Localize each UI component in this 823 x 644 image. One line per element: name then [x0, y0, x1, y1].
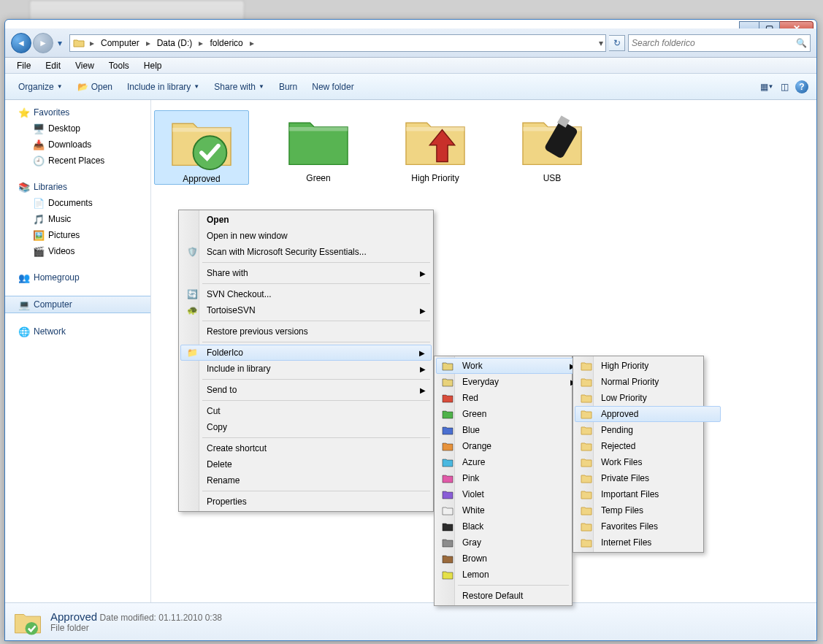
new-folder-button[interactable]: New folder [305, 79, 361, 95]
menu-item-internet-files[interactable]: Internet Files [575, 534, 721, 551]
menu-item-folderico[interactable]: 📁FolderIco▶ [180, 345, 432, 361]
nav-history-dropdown[interactable]: ▾ [55, 38, 65, 48]
homegroup-icon: 👥 [18, 272, 30, 283]
menu-item-tortoisesvn[interactable]: 🐢TortoiseSVN▶ [180, 302, 432, 318]
menu-item-gray[interactable]: Gray [436, 534, 582, 551]
menu-item-low-priority[interactable]: Low Priority [575, 390, 721, 406]
music-icon: 🎵 [33, 213, 45, 225]
menu-item-pending[interactable]: Pending [575, 422, 721, 438]
menu-item-send-to[interactable]: Send to▶ [180, 382, 432, 398]
file-item-approved[interactable]: Approved [154, 110, 249, 185]
chevron-right-icon[interactable]: ▸ [88, 38, 96, 48]
menu-item-blue[interactable]: Blue [436, 422, 582, 438]
menu-item-temp-files[interactable]: Temp Files [575, 502, 721, 518]
menu-item-label: Create shortcut [207, 443, 411, 453]
refresh-icon: ↻ [613, 38, 621, 48]
file-item-high-priority[interactable]: High Priority [388, 110, 483, 185]
menu-item-everyday[interactable]: Everyday▶ [436, 374, 582, 390]
menu-item-scan-with-microsoft-security-essentials-[interactable]: 🛡️Scan with Microsoft Security Essential… [180, 244, 432, 260]
menu-item-white[interactable]: White [436, 502, 582, 518]
search-box[interactable]: 🔍 [628, 34, 811, 52]
address-dropdown-icon[interactable]: ▾ [597, 38, 605, 48]
menu-item-violet[interactable]: Violet [436, 486, 582, 502]
menu-item-delete[interactable]: Delete [180, 456, 432, 472]
crumb-data-d[interactable]: Data (D:) [153, 35, 197, 51]
nav-music[interactable]: 🎵Music [5, 211, 150, 227]
menu-item-label: Blue [462, 425, 562, 435]
menu-item-restore-previous-versions[interactable]: Restore previous versions [180, 323, 432, 340]
menu-item-cut[interactable]: Cut [180, 403, 432, 419]
menu-item-icon [440, 361, 455, 371]
burn-button[interactable]: Burn [272, 79, 305, 95]
file-label: Approved [183, 174, 220, 184]
crumb-computer[interactable]: Computer [96, 35, 144, 51]
menu-item-open[interactable]: Open [180, 212, 432, 228]
menu-item-high-priority[interactable]: High Priority [575, 358, 721, 374]
menu-item-approved[interactable]: Approved [575, 406, 721, 422]
back-button[interactable]: ◄ [11, 33, 31, 53]
nav-desktop[interactable]: 🖥️Desktop [5, 120, 150, 137]
preview-pane-button[interactable]: ◫ [776, 78, 793, 96]
menu-help[interactable]: Help [137, 59, 169, 72]
menu-item-include-in-library[interactable]: Include in library▶ [180, 361, 432, 377]
menu-item-label: Scan with Microsoft Security Essentials.… [207, 247, 411, 257]
menu-item-work[interactable]: Work▶ [436, 358, 582, 374]
menu-item-green[interactable]: Green [436, 406, 582, 422]
menu-item-label: Approved [601, 409, 700, 419]
menu-item-pink[interactable]: Pink [436, 470, 582, 486]
nav-libraries[interactable]: 📚Libraries [5, 179, 150, 195]
chevron-right-icon[interactable]: ▸ [144, 38, 153, 48]
menu-file[interactable]: File [9, 59, 38, 72]
chevron-right-icon[interactable]: ▸ [248, 38, 256, 48]
menu-tools[interactable]: Tools [102, 59, 137, 72]
chevron-right-icon[interactable]: ▸ [196, 38, 205, 48]
menu-item-svn-checkout-[interactable]: 🔄SVN Checkout... [180, 286, 432, 302]
menu-item-red[interactable]: Red [436, 390, 582, 406]
menu-item-favorites-files[interactable]: Favorites Files [575, 518, 721, 534]
menu-item-icon [579, 409, 594, 419]
nav-videos[interactable]: 🎬Videos [5, 243, 150, 259]
nav-downloads[interactable]: 📥Downloads [5, 137, 150, 153]
menu-item-azure[interactable]: Azure [436, 454, 582, 470]
search-input[interactable] [632, 38, 796, 48]
menu-item-private-files[interactable]: Private Files [575, 470, 721, 486]
nav-favorites[interactable]: ⭐Favorites [5, 104, 150, 120]
nav-computer[interactable]: 💻Computer [5, 296, 150, 313]
menu-item-properties[interactable]: Properties [180, 494, 432, 510]
view-options-button[interactable]: ▦▼ [758, 78, 776, 96]
forward-button[interactable]: ► [33, 33, 53, 53]
menu-item-brown[interactable]: Brown [436, 551, 582, 567]
share-with-button[interactable]: Share with▼ [207, 79, 272, 95]
nav-network[interactable]: 🌐Network [5, 323, 150, 340]
menu-item-copy[interactable]: Copy [180, 419, 432, 435]
refresh-button[interactable]: ↻ [609, 35, 625, 51]
menu-item-create-shortcut[interactable]: Create shortcut [180, 440, 432, 456]
menu-item-rejected[interactable]: Rejected [575, 438, 721, 454]
details-date-value: 01.11.2010 0:38 [158, 613, 222, 623]
menu-item-orange[interactable]: Orange [436, 438, 582, 454]
nav-recent-places[interactable]: 🕘Recent Places [5, 153, 150, 169]
include-in-library-button[interactable]: Include in library▼ [120, 79, 207, 95]
menu-edit[interactable]: Edit [38, 59, 68, 72]
menu-item-label: Restore Default [462, 591, 562, 601]
menu-view[interactable]: View [68, 59, 102, 72]
nav-homegroup[interactable]: 👥Homegroup [5, 269, 150, 285]
open-button[interactable]: 📂Open [70, 79, 120, 95]
menu-item-rename[interactable]: Rename [180, 472, 432, 488]
menu-item-restore-default[interactable]: Restore Default [436, 588, 582, 604]
file-item-green[interactable]: Green [271, 110, 366, 185]
menu-item-work-files[interactable]: Work Files [575, 454, 721, 470]
menu-item-share-with[interactable]: Share with▶ [180, 265, 432, 281]
menu-item-black[interactable]: Black [436, 518, 582, 534]
help-button[interactable]: ? [793, 78, 811, 96]
nav-documents[interactable]: 📄Documents [5, 195, 150, 211]
nav-pictures[interactable]: 🖼️Pictures [5, 227, 150, 243]
menu-item-normal-priority[interactable]: Normal Priority [575, 374, 721, 390]
menu-item-important-files[interactable]: Important Files [575, 486, 721, 502]
organize-button[interactable]: Organize▼ [11, 79, 70, 95]
crumb-folderico[interactable]: folderico [205, 35, 247, 51]
file-item-usb[interactable]: USB [505, 110, 600, 185]
breadcrumb-bar[interactable]: ▸ Computer ▸ Data (D:) ▸ folderico ▸ ▾ [69, 34, 606, 52]
menu-item-lemon[interactable]: Lemon [436, 567, 582, 583]
menu-item-open-in-new-window[interactable]: Open in new window [180, 228, 432, 244]
